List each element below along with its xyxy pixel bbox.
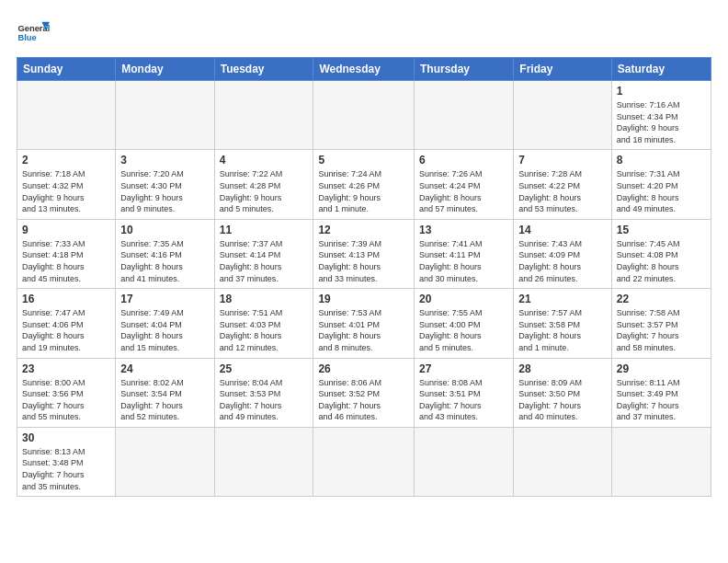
day-info: Sunrise: 7:39 AM Sunset: 4:13 PM Dayligh… xyxy=(318,238,409,284)
day-info: Sunrise: 7:51 AM Sunset: 4:03 PM Dayligh… xyxy=(220,307,309,353)
calendar-day-cell: 14Sunrise: 7:43 AM Sunset: 4:09 PM Dayli… xyxy=(514,219,612,288)
day-number: 13 xyxy=(419,224,508,236)
calendar-day-cell: 19Sunrise: 7:53 AM Sunset: 4:01 PM Dayli… xyxy=(313,289,415,358)
day-info: Sunrise: 7:31 AM Sunset: 4:20 PM Dayligh… xyxy=(617,168,706,214)
calendar-day-cell xyxy=(313,427,415,496)
day-number: 30 xyxy=(22,431,110,444)
day-info: Sunrise: 7:37 AM Sunset: 4:14 PM Dayligh… xyxy=(220,238,309,284)
day-number: 8 xyxy=(617,154,706,167)
calendar: SundayMondayTuesdayWednesdayThursdayFrid… xyxy=(17,57,711,497)
calendar-day-cell: 16Sunrise: 7:47 AM Sunset: 4:06 PM Dayli… xyxy=(17,289,116,358)
calendar-day-cell: 4Sunrise: 7:22 AM Sunset: 4:28 PM Daylig… xyxy=(214,150,313,219)
day-info: Sunrise: 7:33 AM Sunset: 4:18 PM Dayligh… xyxy=(22,238,110,284)
calendar-day-cell: 23Sunrise: 8:00 AM Sunset: 3:56 PM Dayli… xyxy=(17,358,116,427)
calendar-day-cell xyxy=(116,81,214,150)
day-info: Sunrise: 7:20 AM Sunset: 4:30 PM Dayligh… xyxy=(120,168,209,214)
logo-icon: General Blue xyxy=(17,17,50,50)
day-info: Sunrise: 7:47 AM Sunset: 4:06 PM Dayligh… xyxy=(22,307,110,353)
day-of-week-header: Sunday xyxy=(17,58,116,81)
calendar-day-cell: 11Sunrise: 7:37 AM Sunset: 4:14 PM Dayli… xyxy=(214,219,313,288)
calendar-day-cell xyxy=(611,427,711,496)
day-of-week-header: Monday xyxy=(116,58,214,81)
calendar-day-cell: 9Sunrise: 7:33 AM Sunset: 4:18 PM Daylig… xyxy=(17,219,116,288)
svg-text:Blue: Blue xyxy=(17,33,36,42)
day-info: Sunrise: 7:57 AM Sunset: 3:58 PM Dayligh… xyxy=(518,307,607,353)
calendar-day-cell: 13Sunrise: 7:41 AM Sunset: 4:11 PM Dayli… xyxy=(415,219,514,288)
calendar-day-cell: 24Sunrise: 8:02 AM Sunset: 3:54 PM Dayli… xyxy=(116,358,214,427)
day-number: 2 xyxy=(22,154,110,167)
day-info: Sunrise: 7:22 AM Sunset: 4:28 PM Dayligh… xyxy=(220,168,309,214)
day-info: Sunrise: 7:55 AM Sunset: 4:00 PM Dayligh… xyxy=(419,307,508,353)
day-of-week-header: Tuesday xyxy=(214,58,313,81)
day-info: Sunrise: 7:58 AM Sunset: 3:57 PM Dayligh… xyxy=(617,307,706,353)
day-number: 28 xyxy=(518,362,607,375)
day-info: Sunrise: 8:08 AM Sunset: 3:51 PM Dayligh… xyxy=(419,377,508,423)
calendar-day-cell: 30Sunrise: 8:13 AM Sunset: 3:48 PM Dayli… xyxy=(17,427,116,496)
calendar-day-cell: 26Sunrise: 8:06 AM Sunset: 3:52 PM Dayli… xyxy=(313,358,415,427)
day-info: Sunrise: 8:00 AM Sunset: 3:56 PM Dayligh… xyxy=(22,377,110,423)
calendar-day-cell: 21Sunrise: 7:57 AM Sunset: 3:58 PM Dayli… xyxy=(514,289,612,358)
day-of-week-header: Thursday xyxy=(415,58,514,81)
calendar-day-cell: 20Sunrise: 7:55 AM Sunset: 4:00 PM Dayli… xyxy=(415,289,514,358)
day-number: 24 xyxy=(120,362,209,375)
calendar-week-row: 1Sunrise: 7:16 AM Sunset: 4:34 PM Daylig… xyxy=(17,81,711,150)
calendar-day-cell: 15Sunrise: 7:45 AM Sunset: 4:08 PM Dayli… xyxy=(611,219,711,288)
day-info: Sunrise: 7:18 AM Sunset: 4:32 PM Dayligh… xyxy=(22,168,110,214)
day-number: 21 xyxy=(518,293,607,305)
day-number: 1 xyxy=(617,85,706,98)
calendar-day-cell: 17Sunrise: 7:49 AM Sunset: 4:04 PM Dayli… xyxy=(116,289,214,358)
calendar-day-cell xyxy=(214,81,313,150)
calendar-day-cell: 2Sunrise: 7:18 AM Sunset: 4:32 PM Daylig… xyxy=(17,150,116,219)
day-number: 19 xyxy=(318,293,409,305)
calendar-week-row: 9Sunrise: 7:33 AM Sunset: 4:18 PM Daylig… xyxy=(17,219,711,288)
calendar-day-cell xyxy=(415,427,514,496)
calendar-week-row: 16Sunrise: 7:47 AM Sunset: 4:06 PM Dayli… xyxy=(17,289,711,358)
day-number: 15 xyxy=(617,224,706,236)
day-info: Sunrise: 7:28 AM Sunset: 4:22 PM Dayligh… xyxy=(518,168,607,214)
day-info: Sunrise: 7:53 AM Sunset: 4:01 PM Dayligh… xyxy=(318,307,409,353)
day-number: 22 xyxy=(617,293,706,305)
day-number: 27 xyxy=(419,362,508,375)
day-info: Sunrise: 7:41 AM Sunset: 4:11 PM Dayligh… xyxy=(419,238,508,284)
day-info: Sunrise: 8:04 AM Sunset: 3:53 PM Dayligh… xyxy=(220,377,309,423)
day-of-week-header: Wednesday xyxy=(313,58,415,81)
day-number: 10 xyxy=(120,224,209,236)
calendar-day-cell xyxy=(415,81,514,150)
calendar-day-cell xyxy=(514,81,612,150)
day-info: Sunrise: 8:06 AM Sunset: 3:52 PM Dayligh… xyxy=(318,377,409,423)
day-info: Sunrise: 7:16 AM Sunset: 4:34 PM Dayligh… xyxy=(617,99,706,145)
calendar-day-cell: 22Sunrise: 7:58 AM Sunset: 3:57 PM Dayli… xyxy=(611,289,711,358)
calendar-header-row: SundayMondayTuesdayWednesdayThursdayFrid… xyxy=(17,58,711,81)
day-number: 25 xyxy=(220,362,309,375)
calendar-day-cell xyxy=(17,81,116,150)
day-number: 4 xyxy=(220,154,309,167)
calendar-day-cell: 28Sunrise: 8:09 AM Sunset: 3:50 PM Dayli… xyxy=(514,358,612,427)
day-number: 20 xyxy=(419,293,508,305)
calendar-day-cell: 8Sunrise: 7:31 AM Sunset: 4:20 PM Daylig… xyxy=(611,150,711,219)
day-number: 26 xyxy=(318,362,409,375)
day-number: 18 xyxy=(220,293,309,305)
calendar-day-cell: 25Sunrise: 8:04 AM Sunset: 3:53 PM Dayli… xyxy=(214,358,313,427)
day-info: Sunrise: 8:13 AM Sunset: 3:48 PM Dayligh… xyxy=(22,446,110,492)
calendar-week-row: 23Sunrise: 8:00 AM Sunset: 3:56 PM Dayli… xyxy=(17,358,711,427)
day-number: 7 xyxy=(518,154,607,167)
day-info: Sunrise: 7:43 AM Sunset: 4:09 PM Dayligh… xyxy=(518,238,607,284)
calendar-day-cell: 12Sunrise: 7:39 AM Sunset: 4:13 PM Dayli… xyxy=(313,219,415,288)
day-info: Sunrise: 7:24 AM Sunset: 4:26 PM Dayligh… xyxy=(318,168,409,214)
calendar-week-row: 2Sunrise: 7:18 AM Sunset: 4:32 PM Daylig… xyxy=(17,150,711,219)
day-number: 17 xyxy=(120,293,209,305)
day-of-week-header: Saturday xyxy=(611,58,711,81)
day-number: 9 xyxy=(22,224,110,236)
calendar-day-cell: 5Sunrise: 7:24 AM Sunset: 4:26 PM Daylig… xyxy=(313,150,415,219)
calendar-day-cell: 18Sunrise: 7:51 AM Sunset: 4:03 PM Dayli… xyxy=(214,289,313,358)
day-info: Sunrise: 7:45 AM Sunset: 4:08 PM Dayligh… xyxy=(617,238,706,284)
calendar-day-cell xyxy=(514,427,612,496)
calendar-week-row: 30Sunrise: 8:13 AM Sunset: 3:48 PM Dayli… xyxy=(17,427,711,496)
calendar-day-cell xyxy=(313,81,415,150)
calendar-day-cell: 6Sunrise: 7:26 AM Sunset: 4:24 PM Daylig… xyxy=(415,150,514,219)
day-number: 6 xyxy=(419,154,508,167)
day-of-week-header: Friday xyxy=(514,58,612,81)
day-info: Sunrise: 7:49 AM Sunset: 4:04 PM Dayligh… xyxy=(120,307,209,353)
page: General Blue SundayMondayTuesdayWednesda… xyxy=(0,0,728,563)
calendar-day-cell: 10Sunrise: 7:35 AM Sunset: 4:16 PM Dayli… xyxy=(116,219,214,288)
